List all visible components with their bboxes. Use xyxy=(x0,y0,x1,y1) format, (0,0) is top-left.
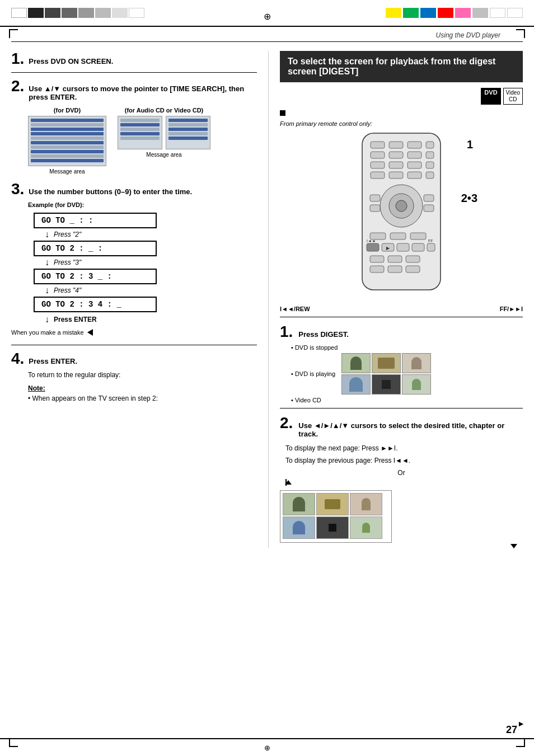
digest-thumbs-step1: • DVD is stopped • DVD is playing xyxy=(291,344,523,403)
audio-screen-img1 xyxy=(118,116,162,149)
digest-title-text: To select the screen for playback from t… xyxy=(288,57,495,76)
svg-rect-14 xyxy=(389,172,403,179)
dvd-stopped-row: • DVD is stopped xyxy=(291,344,523,351)
bottom-arrow-head xyxy=(510,544,517,548)
dvd-screen-box: (for DVD) Message area xyxy=(28,107,106,175)
r-step2-heading: 2. Use ◄/►/▲/▼ cursors to select the des… xyxy=(280,414,523,438)
thumb-stop-icon xyxy=(372,374,401,395)
step1-text: Press DVD ON SCREEN. xyxy=(29,57,113,65)
note-text: • When appears on the TV screen in step … xyxy=(28,395,257,402)
svg-rect-9 xyxy=(371,162,385,168)
svg-rect-11 xyxy=(407,162,421,168)
r-step2-divider xyxy=(280,408,523,408)
note-title: Note: xyxy=(28,384,257,392)
svg-rect-10 xyxy=(389,162,403,168)
top-arrow-head xyxy=(285,480,292,485)
r-step2-text: Use ◄/►/▲/▼ cursors to select the desire… xyxy=(298,421,523,438)
audio-screen-img2 xyxy=(166,116,210,149)
r-step1-num: 1. xyxy=(280,323,293,341)
dvd-msg-label: Message area xyxy=(28,168,106,175)
b-thumb-3 xyxy=(350,493,382,515)
svg-rect-8 xyxy=(426,152,434,158)
goto-arrow-row-2: ↓ Press "3" xyxy=(45,257,257,267)
rew-label: I◄◄/REW xyxy=(280,306,310,312)
arrow-right-bottom-icon: ► xyxy=(517,719,525,728)
bottom-thumb-row-2 xyxy=(283,516,389,539)
press-enter-label: Press ENTER xyxy=(54,316,97,323)
back-triangle-icon xyxy=(87,329,93,336)
top-arrow-row xyxy=(280,479,523,486)
dvd-screen-img xyxy=(28,116,106,166)
step3-num: 3. xyxy=(11,181,24,197)
svg-rect-6 xyxy=(389,152,403,158)
svg-rect-38 xyxy=(406,266,420,273)
goto-box-3: GO TO 2 : 3 _ : xyxy=(34,269,157,284)
right-column: To select the screen for playback from t… xyxy=(269,51,523,548)
step2-num: 2. xyxy=(11,78,24,94)
goto-arrow-row-1: ↓ Press "2" xyxy=(45,229,257,240)
thumb-3 xyxy=(402,353,431,373)
svg-rect-25 xyxy=(390,233,406,240)
dvd-stopped-label: • DVD is stopped xyxy=(291,344,341,351)
svg-rect-15 xyxy=(407,172,421,179)
main-content: 1. Press DVD ON SCREEN. 2. Use ▲/▼ curso… xyxy=(11,42,523,548)
prev-page-text: To display the previous page: Press I◄◄. xyxy=(285,455,523,467)
dvd-screen-label: (for DVD) xyxy=(28,107,106,114)
b-thumb-5 xyxy=(350,516,382,539)
bottom-thumbs-wrapper xyxy=(280,479,523,548)
format-badges: DVD Video CD xyxy=(280,88,523,105)
digest-title-box: To select the screen for playback from t… xyxy=(280,51,523,82)
corner-tl xyxy=(9,29,18,38)
page-header: Using the DVD player xyxy=(11,27,523,42)
bottom-thumbs-grid xyxy=(280,490,392,543)
page-number: 27 xyxy=(506,724,517,736)
thumb-1 xyxy=(341,353,371,373)
svg-rect-16 xyxy=(426,172,434,179)
r-step1-text: Press DIGEST. xyxy=(298,330,349,339)
vcd-label: • Video CD xyxy=(291,397,321,403)
svg-rect-26 xyxy=(410,233,426,240)
remote-label: From primary remote control only: xyxy=(280,120,523,127)
svg-rect-23 xyxy=(424,205,434,212)
vcd-row: • Video CD xyxy=(291,397,523,403)
step4-section: 4. Press ENTER. To return to the regular… xyxy=(11,345,257,402)
badge-dvd: DVD xyxy=(481,88,500,105)
svg-rect-31 xyxy=(412,243,424,251)
thumb-5 xyxy=(402,374,431,395)
bottom-thumb-row-1 xyxy=(283,493,389,515)
mistake-label: When you make a mistake xyxy=(11,329,84,336)
svg-rect-21 xyxy=(370,205,380,212)
step4-text: Press ENTER. xyxy=(29,357,77,365)
dvd-playing-label: • DVD is playing xyxy=(291,370,341,377)
next-prev-text: To display the next page: Press ►►I. To … xyxy=(285,443,523,467)
top-center-marker: ⊕ xyxy=(264,11,271,22)
svg-rect-33 xyxy=(370,256,384,262)
svg-text:▶: ▶ xyxy=(386,246,390,251)
next-page-text: To display the next page: Press ►►I. xyxy=(285,443,523,455)
page-header-text: Using the DVD player xyxy=(436,31,500,39)
step4-divider xyxy=(11,345,257,345)
r-step2-num: 2. xyxy=(280,414,293,432)
step3-text: Use the number buttons (0–9) to enter th… xyxy=(29,187,192,196)
goto-box-1: GO TO _ : : xyxy=(34,213,157,228)
goto-press-1: Press "2" xyxy=(54,231,81,238)
svg-rect-20 xyxy=(370,195,380,201)
goto-box-2: GO TO 2 : _ : xyxy=(34,241,157,256)
b-thumb-1 xyxy=(283,493,315,515)
svg-rect-35 xyxy=(406,256,420,262)
top-bar: ⊕ xyxy=(0,0,534,27)
svg-rect-5 xyxy=(371,152,385,158)
step4-num: 4. xyxy=(11,351,24,367)
bottom-center-marker: ⊕ xyxy=(264,744,270,752)
step1-heading: 1. Press DVD ON SCREEN. xyxy=(11,51,257,67)
svg-text:I◄◄: I◄◄ xyxy=(367,239,376,243)
bracket-1-label: 1 xyxy=(467,138,473,151)
audio-msg-label: Message area xyxy=(118,152,210,158)
svg-text:FF: FF xyxy=(428,239,433,243)
svg-rect-22 xyxy=(424,195,434,201)
svg-rect-4 xyxy=(426,142,434,148)
black-square-row xyxy=(280,110,523,116)
corner-tr xyxy=(516,29,525,38)
step2-heading: 2. Use ▲/▼ cursors to move the pointer t… xyxy=(11,78,257,101)
remote-wrapper: ▶ I◄◄ FF 1 2•3 xyxy=(345,130,457,300)
